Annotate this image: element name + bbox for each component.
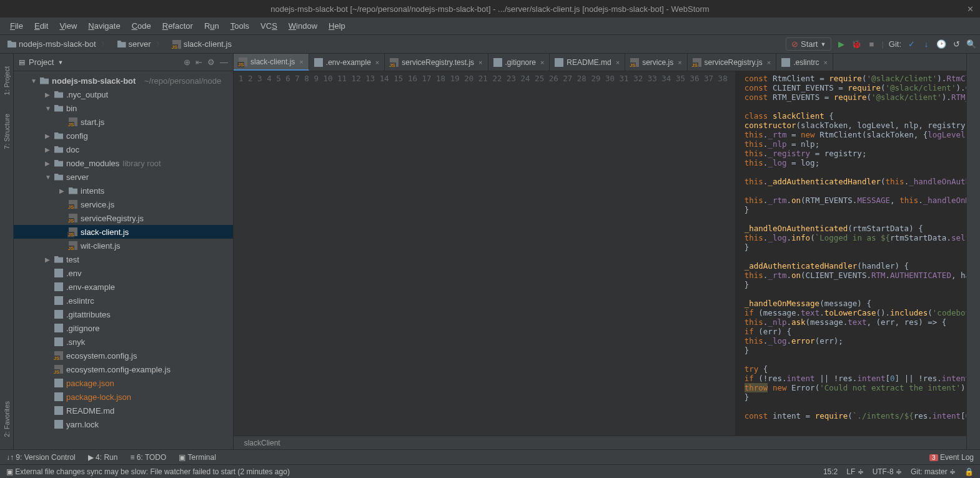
editor-tab[interactable]: .env-example× <box>309 54 385 71</box>
git-branch[interactable]: Git: master ≑ <box>911 467 956 476</box>
cursor-position[interactable]: 15:2 <box>823 467 838 476</box>
hide-icon[interactable]: — <box>220 57 228 67</box>
close-icon[interactable]: × <box>678 59 681 66</box>
tree-item[interactable]: ▶config <box>14 129 233 142</box>
git-commit-icon[interactable]: ✓ <box>906 39 916 49</box>
tree-item[interactable]: ecosystem.config-example.js <box>14 362 233 376</box>
tree-item[interactable]: service.js <box>14 197 233 211</box>
collapse-icon[interactable]: ⇤ <box>196 57 202 67</box>
tree-item[interactable]: ▶.nyc_output <box>14 87 233 101</box>
navbar: nodejs-msb-slack-bot server slack-client… <box>0 35 980 54</box>
close-icon[interactable]: × <box>540 59 544 66</box>
menu-help[interactable]: Help <box>324 19 350 32</box>
rail-structure[interactable]: 7: Structure <box>3 114 11 149</box>
locate-icon[interactable]: ⊕ <box>184 57 191 67</box>
rail-favorites[interactable]: 2: Favorites <box>3 401 11 437</box>
file-icon <box>54 296 63 305</box>
tree-root[interactable]: ▼ nodejs-msb-slack-bot ~/repo/personal/n… <box>14 74 233 87</box>
js-file-icon <box>390 58 398 67</box>
tool-terminal[interactable]: ▣ Terminal <box>179 453 215 462</box>
project-sidebar: ▤ Project ▼ ⊕ ⇤ ⚙ — ▼ nodejs-msb-slack-b… <box>14 54 234 449</box>
tree-item[interactable]: ▶node_modules library root <box>14 156 233 170</box>
tree-item[interactable]: .snyk <box>14 335 233 349</box>
tree-item[interactable]: serviceRegistry.js <box>14 211 233 225</box>
close-icon[interactable]: ✕ <box>967 4 974 14</box>
stop-icon[interactable]: ■ <box>866 39 876 49</box>
folder-icon <box>69 187 77 194</box>
tree-item[interactable]: ▼server <box>14 170 233 184</box>
crumb-file[interactable]: slack-client.js <box>169 38 240 50</box>
tree-item[interactable]: README.md <box>14 404 233 417</box>
tree-item[interactable]: ecosystem.config.js <box>14 349 233 362</box>
tree-item[interactable]: .eslintrc <box>14 294 233 307</box>
code-editor[interactable]: 1 2 3 4 5 6 7 8 9 10 11 12 13 14 15 16 1… <box>234 71 966 436</box>
code-content[interactable]: const RtmClient = require('@slack/client… <box>735 71 966 436</box>
tree-item[interactable]: start.js <box>14 115 233 129</box>
tree-item[interactable]: ▶intents <box>14 184 233 197</box>
tree-item[interactable]: ▶test <box>14 252 233 266</box>
window-title: nodejs-msb-slack-bot [~/repo/personal/no… <box>270 4 709 14</box>
tree-item[interactable]: package.json <box>14 376 233 390</box>
menu-edit[interactable]: Edit <box>29 19 53 32</box>
folder-icon <box>54 160 63 167</box>
tree-item[interactable]: .env-example <box>14 280 233 294</box>
search-icon[interactable]: 🔍 <box>966 39 976 49</box>
menu-tools[interactable]: Tools <box>225 19 254 32</box>
editor-tab[interactable]: .eslintrc× <box>776 54 833 71</box>
file-icon <box>54 282 63 291</box>
git-history-icon[interactable]: 🕑 <box>936 39 946 49</box>
tool-todo[interactable]: ≡ 6: TODO <box>130 453 166 462</box>
tree-item[interactable]: .env <box>14 266 233 280</box>
menu-vcs[interactable]: VCS <box>255 19 282 32</box>
menu-view[interactable]: View <box>54 19 82 32</box>
close-icon[interactable]: × <box>478 59 482 66</box>
run-config-selector[interactable]: ⊘ Start ▼ <box>786 37 831 51</box>
project-tree[interactable]: ▼ nodejs-msb-slack-bot ~/repo/personal/n… <box>14 71 233 449</box>
editor-tab[interactable]: README.md× <box>550 54 625 71</box>
tree-item[interactable]: package-lock.json <box>14 390 233 404</box>
sidebar-title[interactable]: Project <box>29 57 54 67</box>
tree-item[interactable]: ▶doc <box>14 142 233 156</box>
encoding[interactable]: UTF-8 ≑ <box>873 467 902 476</box>
git-revert-icon[interactable]: ↺ <box>951 39 961 49</box>
menu-refactor[interactable]: Refactor <box>157 19 198 32</box>
js-file-icon <box>54 351 63 360</box>
editor-tab[interactable]: .gitignore× <box>488 54 550 71</box>
tree-item[interactable]: ▼bin <box>14 101 233 115</box>
close-icon[interactable]: × <box>299 58 303 66</box>
tree-item[interactable]: wit-client.js <box>14 239 233 252</box>
editor-tab[interactable]: slack-client.js× <box>234 54 309 71</box>
tool-version-control[interactable]: ↓↑ 9: Version Control <box>6 453 76 462</box>
menu-run[interactable]: Run <box>199 19 224 32</box>
crumb-root[interactable]: nodejs-msb-slack-bot <box>4 38 111 50</box>
tool-event-log[interactable]: 3 Event Log <box>929 453 974 462</box>
gear-icon[interactable]: ⚙ <box>207 57 215 67</box>
menu-code[interactable]: Code <box>127 19 156 32</box>
rail-project[interactable]: 1: Project <box>3 66 11 95</box>
debug-icon[interactable]: 🐞 <box>851 39 861 49</box>
menu-window[interactable]: Window <box>284 19 322 32</box>
folder-icon <box>54 174 63 181</box>
lock-icon[interactable]: 🔒 <box>964 467 974 476</box>
editor-tab[interactable]: serviceRegistry.test.js× <box>385 54 488 71</box>
close-icon[interactable]: × <box>824 59 828 66</box>
tool-run[interactable]: ▶ 4: Run <box>88 453 118 462</box>
run-icon[interactable]: ▶ <box>836 39 846 49</box>
tree-item[interactable]: slack-client.js <box>14 225 233 239</box>
tree-item[interactable]: yarn.lock <box>14 417 233 431</box>
tree-item[interactable]: .gitignore <box>14 321 233 335</box>
line-ending[interactable]: LF ≑ <box>846 467 863 476</box>
git-update-icon[interactable]: ↓ <box>921 39 931 49</box>
tree-item[interactable]: .gitattributes <box>14 307 233 321</box>
code-breadcrumb[interactable]: slackClient <box>234 436 966 449</box>
folder-icon <box>54 146 63 153</box>
close-icon[interactable]: × <box>767 59 771 66</box>
editor-tab[interactable]: service.js× <box>625 54 687 71</box>
js-file-icon <box>630 58 639 67</box>
menu-file[interactable]: File <box>5 19 28 32</box>
menu-navigate[interactable]: Navigate <box>83 19 125 32</box>
editor-tab[interactable]: serviceRegistry.js× <box>688 54 777 71</box>
close-icon[interactable]: × <box>616 59 620 66</box>
close-icon[interactable]: × <box>375 59 379 66</box>
crumb-folder[interactable]: server <box>114 38 166 50</box>
